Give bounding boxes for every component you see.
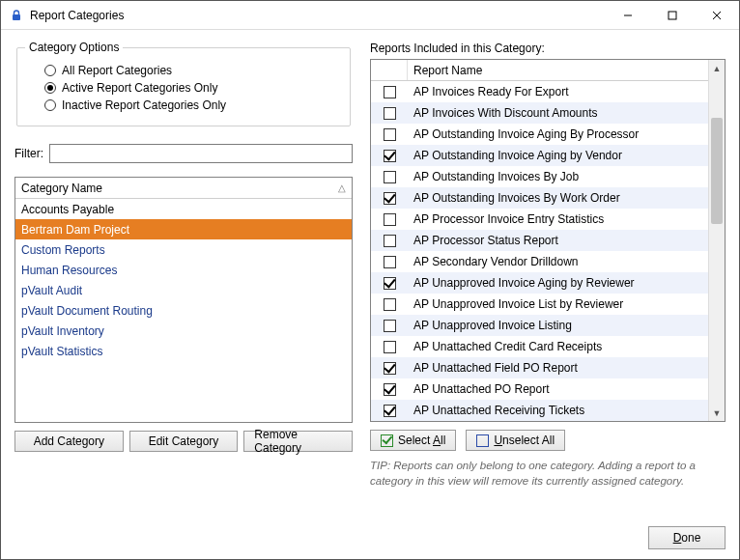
scroll-down-icon[interactable]: ▼: [709, 405, 725, 421]
report-name: AP Secondary Vendor Drilldown: [408, 255, 708, 268]
unselect-all-button[interactable]: Unselect All: [466, 430, 565, 451]
report-checkbox[interactable]: [384, 150, 396, 162]
category-name: Human Resources: [21, 264, 117, 277]
category-options-legend: Category Options: [25, 41, 123, 54]
report-name: AP Outstanding Invoices By Work Order: [408, 191, 708, 205]
radio-label: Active Report Categories Only: [62, 81, 217, 95]
category-name: Accounts Payable: [21, 203, 114, 216]
report-checkbox[interactable]: [384, 362, 396, 375]
category-name: pVault Statistics: [21, 345, 102, 358]
scroll-thumb[interactable]: [711, 118, 723, 224]
radio-option[interactable]: Active Report Categories Only: [44, 81, 323, 95]
report-name: AP Invoices Ready For Export: [408, 85, 708, 98]
report-checkbox[interactable]: [384, 107, 396, 120]
reports-list: Report Name AP Invoices Ready For Export…: [370, 59, 726, 422]
report-row[interactable]: AP Unattached Credit Card Receipts: [371, 336, 708, 357]
report-name: AP Outstanding Invoice Aging by Vendor: [408, 149, 708, 162]
filter-row: Filter:: [14, 144, 353, 163]
report-row[interactable]: AP Unapproved Invoice Listing: [371, 315, 708, 336]
report-row[interactable]: AP Processor Invoice Entry Statistics: [371, 209, 708, 230]
reports-label: Reports Included in this Category:: [370, 42, 726, 55]
window: Report Categories Category Options All R…: [0, 0, 740, 560]
check-icon: [381, 434, 393, 447]
category-header-label: Category Name: [21, 182, 102, 195]
report-row[interactable]: AP Outstanding Invoice Aging by Vendor: [371, 145, 708, 166]
report-name: AP Unapproved Invoice Aging by Reviewer: [408, 276, 708, 290]
app-lock-icon: [9, 8, 24, 23]
radio-icon: [44, 82, 56, 94]
select-all-button[interactable]: Select All: [370, 430, 456, 451]
radio-label: Inactive Report Categories Only: [62, 98, 226, 112]
uncheck-icon: [476, 434, 489, 447]
reports-scrollbar[interactable]: ▲ ▼: [708, 60, 725, 421]
report-row[interactable]: AP Secondary Vendor Drilldown: [371, 251, 708, 272]
category-list-header[interactable]: Category Name △: [15, 178, 352, 199]
category-name: pVault Audit: [21, 284, 82, 297]
category-name: Bertram Dam Project: [21, 223, 129, 237]
body: Category Options All Report CategoriesAc…: [1, 30, 739, 517]
report-checkbox[interactable]: [384, 171, 396, 183]
remove-category-button[interactable]: Remove Category: [243, 431, 353, 452]
report-checkbox[interactable]: [384, 277, 396, 290]
add-category-button[interactable]: Add Category: [14, 431, 124, 452]
report-checkbox[interactable]: [384, 405, 396, 417]
radio-option[interactable]: Inactive Report Categories Only: [44, 98, 323, 112]
svg-rect-0: [13, 14, 20, 20]
category-row[interactable]: Bertram Dam Project: [15, 219, 352, 239]
report-name: AP Unattached Credit Card Receipts: [408, 340, 708, 353]
reports-header-label: Report Name: [408, 60, 708, 80]
report-checkbox[interactable]: [384, 235, 396, 247]
report-row[interactable]: AP Unattached Field PO Report: [371, 357, 708, 378]
report-name: AP Outstanding Invoices By Job: [408, 170, 708, 183]
report-row[interactable]: AP Invoices With Discount Amounts: [371, 102, 708, 124]
done-button[interactable]: Done: [648, 526, 726, 549]
report-checkbox[interactable]: [384, 213, 396, 226]
window-title: Report Categories: [30, 9, 606, 22]
window-buttons: [606, 1, 739, 29]
svg-rect-2: [669, 12, 676, 19]
report-checkbox[interactable]: [384, 128, 396, 141]
report-checkbox[interactable]: [384, 341, 396, 353]
report-row[interactable]: AP Invoices Ready For Export: [371, 81, 708, 102]
report-name: AP Unapproved Invoice Listing: [408, 319, 708, 332]
report-checkbox[interactable]: [384, 298, 396, 311]
edit-category-button[interactable]: Edit Category: [129, 431, 239, 452]
category-row[interactable]: pVault Audit: [15, 280, 352, 300]
category-row[interactable]: Human Resources: [15, 260, 352, 280]
right-column: Reports Included in this Category: Repor…: [370, 42, 726, 507]
report-checkbox[interactable]: [384, 320, 396, 332]
scroll-up-icon[interactable]: ▲: [709, 60, 725, 76]
reports-header[interactable]: Report Name: [371, 60, 708, 81]
report-row[interactable]: AP Unapproved Invoice Aging by Reviewer: [371, 272, 708, 294]
report-checkbox[interactable]: [384, 383, 396, 396]
category-row[interactable]: Custom Reports: [15, 239, 352, 260]
report-row[interactable]: AP Outstanding Invoices By Work Order: [371, 187, 708, 209]
report-checkbox[interactable]: [384, 192, 396, 205]
report-row[interactable]: AP Unapproved Invoice List by Reviewer: [371, 294, 708, 315]
close-button[interactable]: [695, 1, 739, 29]
sort-asc-icon: △: [338, 182, 346, 193]
report-checkbox[interactable]: [384, 256, 396, 268]
report-name: AP Invoices With Discount Amounts: [408, 106, 708, 120]
category-name: pVault Inventory: [21, 324, 104, 338]
report-name: AP Unattached Field PO Report: [408, 361, 708, 375]
report-row[interactable]: AP Unattached Receiving Tickets: [371, 400, 708, 421]
filter-input[interactable]: [49, 144, 353, 163]
report-row[interactable]: AP Outstanding Invoice Aging By Processo…: [371, 124, 708, 145]
category-name: pVault Document Routing: [21, 304, 153, 318]
radio-label: All Report Categories: [62, 64, 172, 77]
maximize-button[interactable]: [650, 1, 695, 29]
category-row[interactable]: pVault Inventory: [15, 321, 352, 341]
report-name: AP Unattached PO Report: [408, 382, 708, 396]
category-row[interactable]: Accounts Payable: [15, 199, 352, 219]
report-checkbox[interactable]: [384, 86, 396, 98]
category-row[interactable]: pVault Document Routing: [15, 300, 352, 321]
report-row[interactable]: AP Outstanding Invoices By Job: [371, 166, 708, 187]
radio-option[interactable]: All Report Categories: [44, 64, 323, 77]
category-row[interactable]: pVault Statistics: [15, 341, 352, 361]
report-row[interactable]: AP Unattached PO Report: [371, 378, 708, 400]
report-row[interactable]: AP Processor Status Report: [371, 230, 708, 251]
titlebar: Report Categories: [1, 1, 739, 30]
category-name: Custom Reports: [21, 243, 105, 257]
minimize-button[interactable]: [606, 1, 650, 29]
